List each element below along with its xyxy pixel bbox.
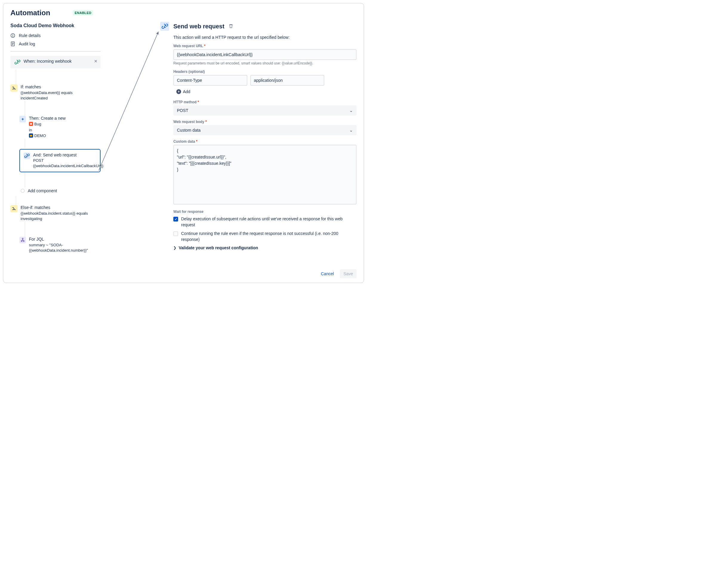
url-hint: Request parameters must be url encoded, … [173,61,357,65]
webhook-icon [160,22,169,31]
flow-node-title: Else-if: matches [21,205,101,210]
save-button: Save [340,269,357,278]
plus-icon: + [19,116,26,122]
flow-elseif-block[interactable]: Else-if: matches {{webhookData.incident.… [10,205,101,221]
custom-data-label: Custom data [173,139,195,144]
tree-icon [19,237,26,243]
flow-trigger[interactable]: When: Incoming webhook ✕ [10,56,101,68]
svg-point-9 [23,240,24,241]
flow-node-title: When: Incoming webhook [24,59,72,64]
chevron-down-icon: ⌄ [349,108,353,113]
validate-label: Validate your web request configuration [179,245,258,250]
webhook-icon [14,59,21,65]
delay-checkbox[interactable] [173,217,178,221]
page-title: Automation [10,9,50,17]
body-value: Custom data [177,128,200,132]
close-icon[interactable]: ✕ [94,59,98,64]
url-input[interactable] [173,49,357,60]
flow-for-block[interactable]: For JQL summary ~ "SODA-{{webhookData.in… [19,237,101,253]
branch-icon [10,205,18,212]
flow-node-title: And: Send web request [33,152,104,157]
circle-icon [21,189,25,193]
nav-label: Audit log [19,41,35,46]
header-key-input[interactable] [173,75,247,86]
svg-point-7 [22,238,23,239]
flow-node-sub: {{webhookData.event}} equals incidentCre… [21,90,101,101]
custom-data-textarea[interactable] [173,145,357,204]
detail-description: This action will send a HTTP request to … [173,35,357,40]
method-value: POST [177,108,188,113]
flow-node-title: If: matches [21,84,101,89]
status-badge: ENABLED [73,10,93,16]
trash-icon[interactable] [229,24,233,29]
flow-if-block[interactable]: If: matches {{webhookData.event}} equals… [10,84,101,101]
document-icon [10,41,15,46]
chevron-right-icon: ❯ [173,246,176,250]
svg-point-1 [13,34,13,35]
flow-node-title: Then: Create a new [29,116,66,121]
nav-rule-details[interactable]: Rule details [10,31,101,40]
cancel-button[interactable]: Cancel [318,269,337,278]
wait-label: Wait for response [173,209,357,214]
flow-node-sub: Bug in DEMO [29,121,66,139]
flow-and-send-web-request[interactable]: And: Send web request POST{{webhookData.… [19,149,101,172]
project-icon [29,133,33,138]
nav-audit-log[interactable]: Audit log [10,40,101,48]
plus-icon: + [176,89,181,94]
info-icon [10,33,15,38]
url-label: Web request URL [173,44,203,48]
validate-toggle[interactable]: ❯ Validate your web request configuratio… [173,245,357,250]
add-header-button[interactable]: + Add [176,87,357,96]
body-label: Web request body [173,120,204,124]
flow-node-title: For JQL [29,237,101,241]
detail-title: Send web request [173,23,224,30]
rule-name: Soda Cloud Demo Webhook [10,23,101,28]
svg-point-8 [21,240,22,241]
add-component-label: Add component [28,188,57,193]
branch-icon [10,84,18,92]
method-label: HTTP method [173,100,197,104]
bug-icon [29,122,33,126]
webhook-icon [24,152,30,159]
flow-node-sub: {{webhookData.incident.status}} equals i… [21,211,101,221]
continue-label: Continue running the rule even if the re… [181,231,357,242]
svg-rect-2 [13,35,13,37]
flow-node-sub: POST{{webhookData.incidentLinkCallbackUr… [33,158,104,169]
flow-then-block[interactable]: + Then: Create a new Bug in DEMO [19,116,101,139]
header-value-input[interactable] [250,75,324,86]
nav-label: Rule details [19,33,41,38]
body-select[interactable]: Custom data ⌄ [173,125,357,135]
headers-label: Headers (optional) [173,70,357,74]
method-select[interactable]: POST ⌄ [173,105,357,115]
add-label: Add [183,89,190,94]
flow-node-sub: summary ~ "SODA-{{webhookData.incident.n… [29,242,101,253]
chevron-down-icon: ⌄ [349,128,353,132]
add-component[interactable]: Add component [19,188,101,193]
continue-checkbox[interactable] [173,231,178,236]
delay-label: Delay execution of subsequent rule actio… [181,216,357,228]
